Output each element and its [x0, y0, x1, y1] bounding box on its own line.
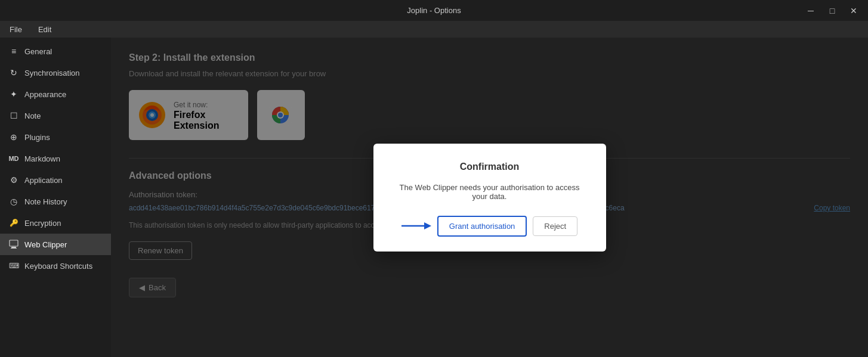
note-icon: ☐ [9, 111, 18, 120]
sidebar-label-web-clipper: Web Clipper [24, 240, 67, 249]
svg-marker-13 [424, 222, 431, 229]
titlebar-title: Joplin - Options [407, 6, 461, 15]
reject-button[interactable]: Reject [533, 216, 577, 236]
menu-file[interactable]: File [6, 23, 26, 36]
svg-rect-1 [11, 247, 16, 248]
sidebar-label-markdown: Markdown [24, 154, 60, 163]
sidebar-item-markdown[interactable]: MD Markdown [0, 148, 111, 169]
main-layout: ≡ General ↻ Synchronisation ✦ Appearance… [0, 38, 868, 357]
svg-rect-0 [10, 240, 18, 246]
sidebar-label-sync: Synchronisation [24, 69, 80, 77]
modal-actions: Grant authorisation Reject [391, 216, 588, 237]
sidebar: ≡ General ↻ Synchronisation ✦ Appearance… [0, 38, 111, 357]
menu-edit[interactable]: Edit [35, 23, 55, 36]
web-clipper-icon [9, 240, 18, 249]
sidebar-label-application: Application [24, 176, 63, 185]
keyboard-icon: ⌨ [9, 261, 18, 271]
arrow-indicator [401, 220, 431, 232]
sidebar-label-keyboard-shortcuts: Keyboard Shortcuts [24, 262, 92, 271]
sidebar-item-general[interactable]: ≡ General [0, 41, 111, 62]
sidebar-label-encryption: Encryption [24, 219, 61, 228]
application-icon: ⚙ [9, 175, 18, 185]
sidebar-label-note: Note [24, 111, 41, 120]
sidebar-item-note[interactable]: ☐ Note [0, 105, 111, 126]
sidebar-label-plugins: Plugins [24, 133, 50, 142]
sidebar-item-note-history[interactable]: ◷ Note History [0, 191, 111, 212]
sidebar-item-web-clipper[interactable]: Web Clipper [0, 234, 111, 255]
maximize-button[interactable]: □ [824, 4, 841, 17]
markdown-icon: MD [9, 154, 18, 163]
appearance-icon: ✦ [9, 89, 18, 99]
sidebar-item-application[interactable]: ⚙ Application [0, 169, 111, 191]
titlebar-controls: ─ □ ✕ [802, 4, 862, 17]
modal-overlay: Confirmation The Web Clipper needs your … [111, 38, 868, 357]
sidebar-label-note-history: Note History [24, 197, 67, 206]
sidebar-item-appearance[interactable]: ✦ Appearance [0, 83, 111, 105]
general-icon: ≡ [9, 46, 18, 56]
encryption-icon: 🔑 [9, 218, 18, 228]
sidebar-item-plugins[interactable]: ⊕ Plugins [0, 126, 111, 148]
content-area: Step 2: Install the extension Download a… [111, 38, 868, 357]
plugins-icon: ⊕ [9, 132, 18, 142]
close-button[interactable]: ✕ [845, 4, 862, 17]
modal-message: The Web Clipper needs your authorisation… [391, 183, 588, 201]
note-history-icon: ◷ [9, 197, 18, 206]
titlebar: Joplin - Options ─ □ ✕ [0, 0, 868, 21]
sidebar-item-encryption[interactable]: 🔑 Encryption [0, 212, 111, 234]
svg-rect-2 [11, 248, 17, 249]
sync-icon: ↻ [9, 68, 18, 77]
menubar: File Edit [0, 21, 868, 38]
sidebar-item-synchronisation[interactable]: ↻ Synchronisation [0, 62, 111, 83]
sidebar-label-general: General [24, 47, 52, 56]
sidebar-item-keyboard-shortcuts[interactable]: ⌨ Keyboard Shortcuts [0, 255, 111, 277]
grant-authorisation-button[interactable]: Grant authorisation [437, 216, 527, 237]
modal-title: Confirmation [391, 162, 588, 172]
sidebar-label-appearance: Appearance [24, 90, 66, 99]
confirmation-modal: Confirmation The Web Clipper needs your … [373, 144, 606, 252]
minimize-button[interactable]: ─ [802, 4, 819, 17]
